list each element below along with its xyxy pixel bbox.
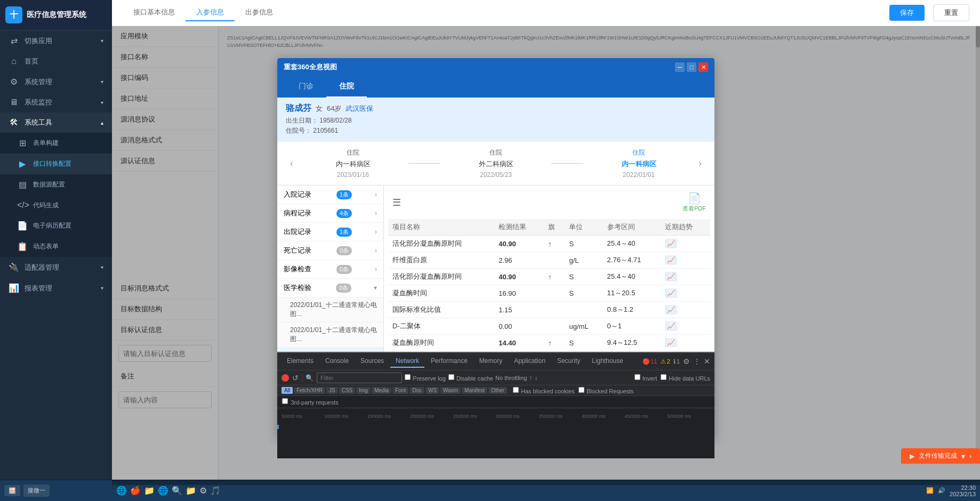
menu-icon[interactable]: ☰	[392, 197, 401, 208]
record-sub-item-0[interactable]: 2022/01/01_十二通道常规心电图...	[277, 297, 383, 322]
download-btn[interactable]: ↓	[534, 374, 537, 382]
devtools-tab-security[interactable]: Security	[552, 355, 585, 368]
record-button[interactable]	[282, 374, 289, 382]
taskbar-start-button[interactable]: 🪟	[4, 485, 20, 496]
trend-button[interactable]: 📈	[665, 321, 677, 331]
preserve-log-checkbox[interactable]	[405, 374, 411, 380]
devtools-tab-sources[interactable]: Sources	[355, 355, 389, 368]
trend-button[interactable]: 📈	[665, 288, 677, 298]
sidebar-item-data-source[interactable]: ▤ 数据源配置	[0, 174, 112, 195]
devtools-tab-elements[interactable]: Elements	[282, 355, 319, 368]
sidebar-item-system-mgmt[interactable]: ⚙ 系统管理 ▾	[0, 71, 112, 92]
sidebar-item-switch-app[interactable]: ⇄ 切换应用 ▾	[0, 30, 112, 51]
filter-wasm[interactable]: Wasm	[440, 387, 461, 394]
sidebar-item-emr-config[interactable]: 📄 电子病历配置	[0, 215, 112, 236]
filter-css[interactable]: CSS	[339, 387, 356, 394]
filter-all[interactable]: All	[282, 387, 293, 394]
trend-button[interactable]: 📈	[665, 338, 677, 347]
filter-doc[interactable]: Doc	[409, 387, 424, 394]
minimize-button[interactable]: ─	[675, 62, 685, 72]
devtools-tab-network[interactable]: Network	[390, 355, 424, 368]
trend-button[interactable]: 📈	[665, 272, 677, 281]
tab-output-params[interactable]: 出参信息	[235, 4, 284, 21]
visit-item-1[interactable]: 住院 外二科病区 2022/05/23	[440, 148, 551, 179]
sidebar-item-report-mgmt[interactable]: 📊 报表管理 ▾	[0, 278, 112, 298]
notification-bar[interactable]: ▶ 文件传输完成 ▾ ›	[901, 448, 980, 464]
maximize-button[interactable]: □	[687, 62, 696, 72]
disable-cache-checkbox[interactable]	[448, 374, 454, 380]
filter-ws[interactable]: WS	[425, 387, 439, 394]
filter-img[interactable]: Img	[356, 387, 371, 394]
filter-js[interactable]: JS	[326, 387, 338, 394]
upload-btn[interactable]: ↑	[529, 374, 532, 382]
record-item-admission[interactable]: 入院记录 1条 ›	[277, 185, 383, 204]
has-blocked-checkbox[interactable]	[513, 387, 519, 393]
reset-button[interactable]: 重置	[933, 4, 969, 21]
refresh-button[interactable]: ↺	[292, 374, 299, 382]
filter-input[interactable]	[317, 373, 402, 383]
sidebar-item-dynamic-table[interactable]: 📋 动态表单	[0, 236, 112, 257]
devtools-tab-console[interactable]: Console	[320, 355, 354, 368]
sidebar-item-form-builder[interactable]: ⊞ 表单构建	[0, 133, 112, 153]
sidebar-item-code-gen[interactable]: </> 代码生成	[0, 195, 112, 215]
taskbar-icon-2[interactable]: 📁	[144, 486, 155, 496]
taskbar-icon-6[interactable]: ⚙	[199, 486, 207, 496]
devtools-tab-performance[interactable]: Performance	[425, 355, 473, 368]
filter-manifest[interactable]: Manifest	[462, 387, 487, 394]
record-item-imaging[interactable]: 影像检查 0条 ›	[277, 260, 383, 279]
filter-button[interactable]: 🔍	[306, 374, 314, 382]
taskbar-icon-3[interactable]: 🌐	[158, 486, 168, 496]
hide-data-urls-checkbox[interactable]	[661, 374, 666, 380]
next-visit-arrow[interactable]: ›	[694, 156, 706, 171]
taskbar-icon-7[interactable]: 🎵	[210, 486, 221, 496]
sidebar-item-system-monitor[interactable]: 🖥 系统监控 ▾	[0, 92, 112, 112]
visit-item-0[interactable]: 住院 内一科病区 2023/01/16	[298, 148, 408, 179]
sidebar-item-label: 系统工具	[25, 118, 52, 127]
record-item-discharge[interactable]: 出院记录 1条 ›	[277, 223, 383, 241]
taskbar-icon-4[interactable]: 🔍	[172, 486, 182, 496]
tab-basic-info[interactable]: 接口基本信息	[123, 4, 186, 21]
trend-button[interactable]: 📈	[665, 255, 677, 265]
tab-inpatient[interactable]: 住院	[326, 76, 367, 98]
sidebar-item-interface-transform[interactable]: ▶ 接口转换配置	[0, 153, 112, 174]
devtools-close-button[interactable]: ✕	[704, 357, 710, 366]
taskbar-icon-1[interactable]: 🍎	[130, 486, 141, 496]
prev-visit-arrow[interactable]: ‹	[286, 156, 298, 171]
date-display: 2023/2/13	[950, 491, 976, 497]
record-item-lab[interactable]: 医学检验 0条 ▾	[277, 279, 383, 297]
taskbar-next-button[interactable]: 接微一	[23, 484, 50, 497]
filter-fetch[interactable]: Fetch/XHR	[294, 387, 325, 394]
devtools-tab-lighthouse[interactable]: Lighthouse	[587, 355, 629, 368]
error-count: 🔴 11	[642, 358, 657, 365]
filter-font[interactable]: Font	[392, 387, 408, 394]
pdf-button[interactable]: 📄 查看PDF	[682, 192, 706, 213]
taskbar-icon-0[interactable]: 🌐	[116, 486, 127, 496]
sidebar-item-adapter-mgmt[interactable]: 🔌 适配器管理 ▾	[0, 257, 112, 278]
save-button[interactable]: 保存	[889, 5, 925, 21]
record-sub-item-1[interactable]: 2022/01/01_十二通道常规心电图...	[277, 322, 383, 348]
throttling-selector[interactable]: No throttling	[495, 375, 527, 381]
tab-outpatient[interactable]: 门诊	[286, 76, 326, 98]
blocked-requests-checkbox[interactable]	[579, 387, 584, 393]
visit-item-2[interactable]: 住院 内一科病区 2022/01/01	[583, 148, 694, 179]
filter-other[interactable]: Other	[488, 387, 507, 394]
close-button[interactable]: ✕	[698, 62, 708, 72]
sidebar-item-system-tools[interactable]: 🛠 系统工具 ▴	[0, 112, 112, 133]
taskbar-icon-5[interactable]: 📁	[186, 486, 196, 496]
tab-input-params[interactable]: 入参信息	[186, 4, 235, 21]
record-item-death[interactable]: 死亡记录 0条 ›	[277, 241, 383, 260]
gear-icon: ⚙	[9, 77, 19, 87]
ruler-mark-3: 200000 ms	[410, 414, 453, 419]
sidebar-item-home[interactable]: ⌂ 首页	[0, 51, 112, 71]
devtools-settings-button[interactable]: ⚙	[683, 357, 690, 366]
third-party-checkbox[interactable]	[282, 398, 288, 404]
devtools-more-button[interactable]: ⋮	[693, 357, 701, 366]
record-item-progress[interactable]: 病程记录 4条 ›	[277, 204, 383, 223]
invert-checkbox[interactable]	[634, 374, 640, 380]
trend-button[interactable]: 📈	[665, 239, 677, 248]
record-badge-4: 0条	[336, 265, 352, 274]
devtools-tab-memory[interactable]: Memory	[474, 355, 508, 368]
devtools-tab-application[interactable]: Application	[509, 355, 551, 368]
trend-button[interactable]: 📈	[665, 305, 677, 314]
filter-media[interactable]: Media	[372, 387, 391, 394]
